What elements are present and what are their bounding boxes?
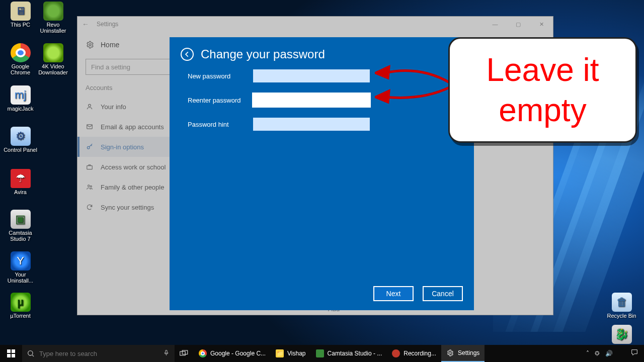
system-tray[interactable]: ˄ ⯐ 🔊	[582, 350, 617, 357]
svg-point-17	[449, 352, 451, 354]
record-icon	[392, 349, 400, 357]
taskbar-search[interactable]	[22, 345, 175, 362]
new-password-input[interactable]	[253, 69, 370, 82]
cancel-button[interactable]: Cancel	[423, 286, 463, 301]
tray-volume-icon[interactable]: 🔊	[605, 350, 613, 357]
taskbar-item-recording[interactable]: Recording...	[387, 345, 441, 362]
desktop-icon-label: 4K Video Downloader	[34, 63, 72, 75]
next-button[interactable]: Next	[373, 286, 414, 301]
reenter-password-label: Reenter password	[188, 97, 253, 104]
desktop-icon-camtasia[interactable]: ▣Camtasia Studio 7	[2, 210, 39, 242]
svg-rect-9	[7, 349, 11, 353]
desktop-icon-unknown[interactable]: 🐉	[603, 325, 640, 345]
tray-network-icon[interactable]: ⯐	[594, 350, 600, 357]
desktop-icon-label: Revo Uninstaller	[34, 22, 72, 34]
svg-rect-12	[12, 354, 15, 357]
desktop-icon-label: Your Uninstall...	[2, 272, 39, 284]
taskbar-item-label: Recording...	[404, 350, 436, 357]
modal-title: Change your password	[201, 47, 325, 61]
password-hint-input[interactable]	[253, 118, 370, 131]
desktop-icon-label: Avira	[2, 189, 39, 195]
desktop-icon-label: Control Panel	[2, 147, 39, 153]
action-center-button[interactable]	[625, 348, 644, 358]
annotation-text: Leave it empty	[450, 50, 635, 130]
taskbar-item-vishap[interactable]: 📁 Vishap	[271, 345, 310, 362]
desktop-icon-4k[interactable]: 4K Video Downloader	[34, 43, 72, 75]
taskbar-item-label: Google - Google C...	[210, 350, 266, 357]
start-button[interactable]	[0, 345, 22, 362]
new-password-label: New password	[188, 72, 253, 80]
search-icon	[22, 349, 39, 357]
desktop-icon-magicjack[interactable]: mjmagicJack	[2, 85, 39, 112]
desktop-icon-utorrent[interactable]: µµTorrent	[2, 293, 39, 319]
desktop-icon-label: magicJack	[2, 106, 39, 112]
taskbar-item-label: Camtasia Studio - ...	[328, 350, 382, 357]
gear-icon	[446, 349, 454, 357]
svg-rect-10	[12, 349, 15, 353]
camtasia-icon	[316, 349, 324, 357]
modal-back-button[interactable]	[181, 48, 194, 61]
svg-marker-8	[376, 91, 389, 102]
desktop-icon-control-panel[interactable]: ⚙Control Panel	[2, 127, 39, 153]
task-view-button[interactable]	[175, 345, 194, 362]
desktop-icon-avira[interactable]: ☂Avira	[2, 169, 39, 195]
taskbar-item-settings[interactable]: Settings	[441, 345, 485, 362]
desktop-icon-chrome[interactable]: Google Chrome	[2, 43, 39, 75]
desktop-icon-your-uninstaller[interactable]: YYour Uninstall...	[2, 251, 39, 284]
annotation-callout: Leave it empty	[448, 37, 637, 143]
desktop-icon-this-pc[interactable]: 🖥This PC	[2, 2, 39, 28]
taskbar-item-label: Vishap	[287, 350, 305, 357]
taskbar-item-chrome[interactable]: Google - Google C...	[194, 345, 271, 362]
desktop-icon-recycle-bin[interactable]: 🗑Recycle Bin	[603, 293, 640, 319]
svg-marker-7	[376, 67, 389, 78]
password-hint-label: Password hint	[188, 121, 253, 128]
taskbar: Google - Google C... 📁 Vishap Camtasia S…	[0, 345, 644, 362]
annotation-arrow	[375, 63, 455, 108]
svg-rect-14	[165, 350, 167, 354]
svg-rect-11	[7, 354, 11, 357]
tray-chevron-icon[interactable]: ˄	[586, 350, 589, 357]
taskbar-item-label: Settings	[458, 349, 479, 356]
reenter-password-input[interactable]	[253, 94, 370, 107]
taskbar-search-input[interactable]	[39, 345, 157, 362]
svg-point-13	[28, 351, 33, 355]
desktop-icon-label: Recycle Bin	[603, 313, 640, 319]
mic-icon[interactable]	[157, 349, 175, 358]
chrome-icon	[199, 349, 207, 357]
svg-rect-16	[182, 350, 188, 354]
folder-icon: 📁	[276, 349, 284, 357]
desktop-icon-label: Google Chrome	[2, 63, 39, 75]
desktop-icon-label: µTorrent	[2, 313, 39, 319]
desktop-icon-label: This PC	[2, 22, 39, 28]
taskbar-item-camtasia[interactable]: Camtasia Studio - ...	[311, 345, 387, 362]
desktop-icon-revo[interactable]: Revo Uninstaller	[34, 2, 72, 34]
desktop-icon-label: Camtasia Studio 7	[2, 230, 39, 242]
svg-rect-15	[180, 351, 186, 355]
